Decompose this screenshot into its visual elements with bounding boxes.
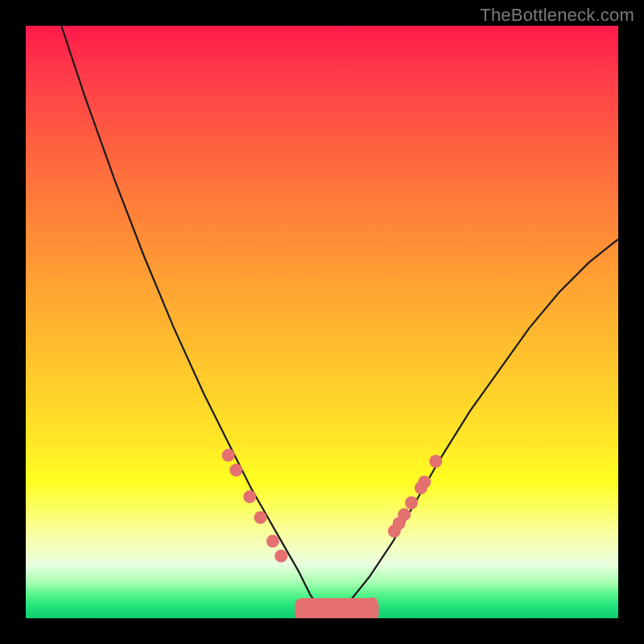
marker-dot <box>418 476 431 489</box>
marker-dot <box>429 455 442 468</box>
marker-dot <box>405 497 418 510</box>
marker-dot <box>355 605 366 616</box>
watermark-label: TheBottleneck.com <box>480 5 634 26</box>
marker-dot <box>229 464 242 477</box>
chart-frame: TheBottleneck.com <box>0 0 644 644</box>
marker-dot <box>254 511 267 524</box>
marker-dot <box>367 597 378 609</box>
plot-area <box>26 26 618 618</box>
marker-dot <box>275 550 287 563</box>
marker-dot <box>243 490 256 503</box>
marker-layer <box>26 26 618 618</box>
marker-dot <box>398 508 411 521</box>
marker-dot <box>266 535 279 547</box>
marker-dot <box>222 449 235 462</box>
